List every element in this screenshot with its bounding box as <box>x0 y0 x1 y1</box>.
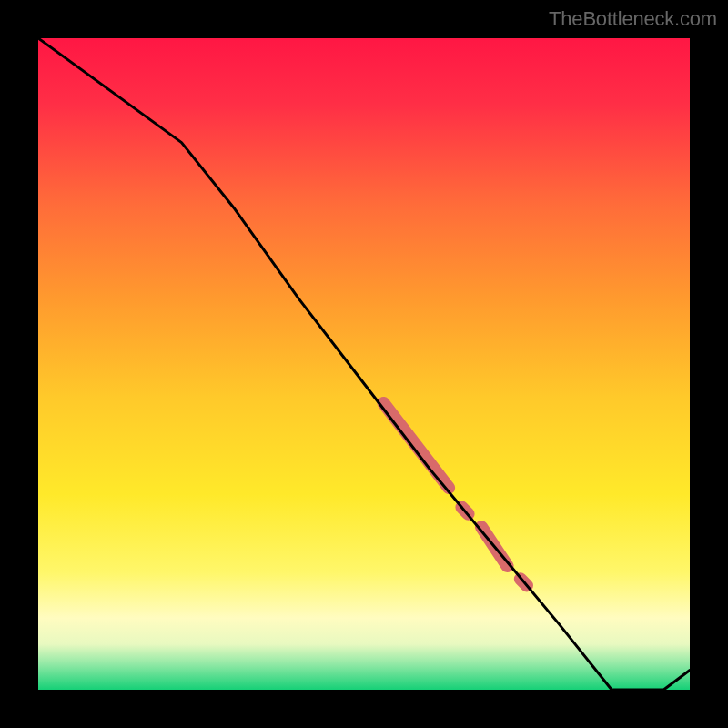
main-curve <box>38 38 690 690</box>
highlight-segment <box>384 403 450 488</box>
plot-area <box>38 38 690 690</box>
chart-lines <box>38 38 690 690</box>
watermark-text: TheBottleneck.com <box>549 7 717 31</box>
chart-frame: TheBottleneck.com <box>0 0 728 728</box>
